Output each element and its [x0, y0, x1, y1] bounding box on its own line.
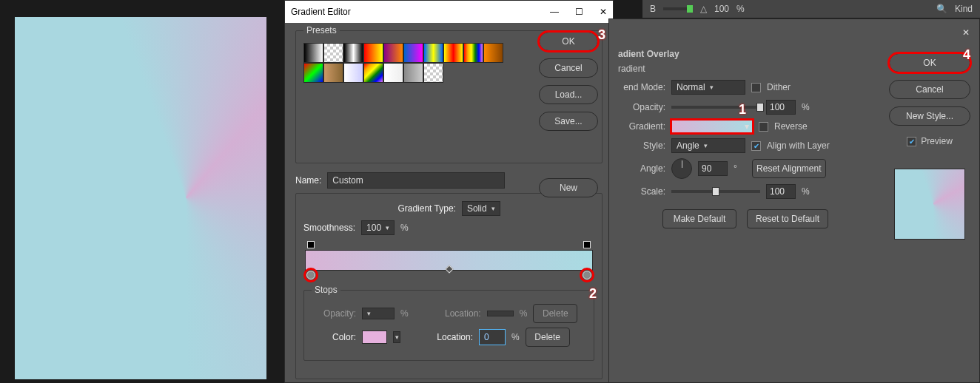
preset-swatch[interactable] — [463, 43, 483, 63]
preset-swatch[interactable] — [383, 63, 403, 83]
percent-label: % — [802, 186, 810, 197]
ls-ok-button[interactable]: OK — [889, 53, 970, 72]
stop-opacity-location-label: Location: — [437, 308, 481, 319]
canvas-area — [0, 0, 281, 383]
preset-swatch[interactable] — [303, 43, 323, 63]
percent-label: % — [736, 4, 745, 14]
search-icon[interactable]: 🔍 — [936, 4, 947, 14]
presets-label: Presets — [303, 25, 340, 35]
ls-angle-label: Angle: — [618, 163, 665, 174]
ls-scale-input[interactable] — [766, 184, 796, 199]
color-stop-right[interactable] — [583, 271, 591, 279]
ls-scale-label: Scale: — [618, 186, 665, 197]
stops-label: Stops — [312, 285, 340, 295]
stop-opacity-input — [362, 308, 395, 319]
preset-swatch[interactable] — [423, 63, 443, 83]
stop-color-dropdown[interactable] — [393, 331, 400, 343]
gradient-type-label: Gradient Type: — [397, 203, 456, 214]
ls-opacity-label: Opacity: — [618, 102, 665, 112]
ls-opacity-slider[interactable] — [671, 106, 760, 109]
color-stop-left[interactable] — [306, 271, 315, 279]
color-stops-track[interactable] — [305, 271, 593, 279]
window-close-icon[interactable]: ✕ — [600, 7, 607, 17]
close-icon[interactable]: ✕ — [959, 25, 973, 40]
save-button[interactable]: Save... — [539, 112, 598, 131]
preview-label: Preview — [921, 136, 953, 146]
gradient-editor-window: Gradient Editor — ☐ ✕ Presets ⚙ Name: Gr… — [284, 0, 614, 383]
preset-swatch[interactable] — [343, 63, 363, 83]
channel-b-slider[interactable] — [663, 7, 693, 10]
stop-opacity-label: Opacity: — [312, 308, 356, 319]
gradient-type-select[interactable]: Solid — [462, 201, 500, 216]
top-toolbar-strip: B △ 100 % 🔍 Kind — [642, 0, 980, 18]
reverse-checkbox[interactable] — [759, 122, 768, 132]
preset-swatch[interactable] — [363, 43, 383, 63]
preset-swatch[interactable] — [443, 43, 463, 63]
window-title: Gradient Editor — [291, 7, 351, 17]
preset-swatch[interactable] — [483, 43, 503, 63]
smoothness-label: Smoothness: — [303, 223, 355, 233]
reset-alignment-button[interactable]: Reset Alignment — [752, 159, 826, 178]
new-button[interactable]: New — [539, 178, 598, 197]
ok-button[interactable]: OK — [539, 32, 598, 51]
preset-swatch[interactable] — [343, 43, 363, 63]
ls-style-select[interactable]: Angle — [671, 138, 745, 153]
align-label: Align with Layer — [767, 140, 830, 151]
channel-b-label: B — [650, 4, 656, 14]
preset-swatch[interactable] — [403, 43, 423, 63]
degree-label: ° — [734, 163, 737, 174]
preset-swatch[interactable] — [303, 63, 323, 83]
preset-swatch[interactable] — [403, 63, 423, 83]
preset-swatch[interactable] — [423, 43, 443, 63]
ls-new-style-button[interactable]: New Style... — [889, 106, 970, 126]
angle-dial[interactable] — [671, 158, 692, 179]
preset-swatch[interactable] — [323, 63, 343, 83]
percent-label: % — [511, 332, 520, 342]
preset-swatch[interactable] — [323, 43, 343, 63]
load-button[interactable]: Load... — [539, 85, 598, 104]
ls-gradient-picker[interactable]: ▾ — [671, 120, 753, 133]
opacity-stop-left[interactable] — [307, 241, 315, 248]
kind-label: Kind — [955, 4, 973, 14]
stop-color-swatch[interactable] — [362, 331, 387, 344]
name-label: Name: — [295, 175, 321, 186]
align-checkbox[interactable] — [751, 141, 761, 151]
blend-mode-select[interactable]: Normal — [671, 80, 745, 95]
stop-color-delete-button[interactable]: Delete — [526, 328, 570, 347]
preview-thumbnail — [894, 169, 965, 240]
window-maximize-icon[interactable]: ☐ — [575, 7, 583, 17]
blend-mode-label: end Mode: — [618, 82, 665, 92]
window-minimize-icon[interactable]: — — [550, 7, 559, 17]
stop-color-label: Color: — [312, 332, 356, 342]
percent-label: % — [400, 308, 409, 319]
preset-swatch[interactable] — [363, 63, 383, 83]
stop-color-location-label: Location: — [429, 332, 473, 342]
stop-opacity-delete-button: Delete — [533, 304, 577, 323]
ls-style-label: Style: — [618, 140, 665, 151]
reset-default-button[interactable]: Reset to Default — [747, 209, 828, 228]
channel-b-value: 100 — [714, 4, 729, 14]
opacity-stops-track[interactable] — [305, 241, 593, 250]
stop-color-location-input[interactable] — [479, 329, 506, 345]
triangle-icon: △ — [700, 4, 707, 14]
percent-label: % — [802, 102, 810, 112]
stop-opacity-location-input — [487, 311, 514, 316]
gradient-editor-titlebar[interactable]: Gradient Editor — ☐ ✕ — [285, 1, 613, 23]
ls-cancel-button[interactable]: Cancel — [889, 80, 970, 99]
make-default-button[interactable]: Make Default — [662, 209, 736, 228]
name-input[interactable] — [327, 172, 505, 189]
smoothness-input[interactable]: 100 — [361, 220, 395, 235]
percent-label: % — [400, 223, 409, 233]
cancel-button[interactable]: Cancel — [539, 58, 598, 78]
opacity-stop-right[interactable] — [583, 241, 591, 248]
dither-label: Dither — [767, 82, 791, 92]
preview-checkbox[interactable] — [907, 137, 916, 146]
ls-scale-slider[interactable] — [671, 190, 760, 193]
angle-input[interactable] — [698, 161, 728, 176]
percent-label: % — [520, 308, 528, 319]
canvas-preview — [15, 17, 266, 379]
ls-opacity-input[interactable] — [766, 100, 796, 115]
preset-swatch[interactable] — [383, 43, 403, 63]
ls-gradient-label: Gradient: — [618, 121, 665, 132]
dither-checkbox[interactable] — [751, 83, 761, 92]
